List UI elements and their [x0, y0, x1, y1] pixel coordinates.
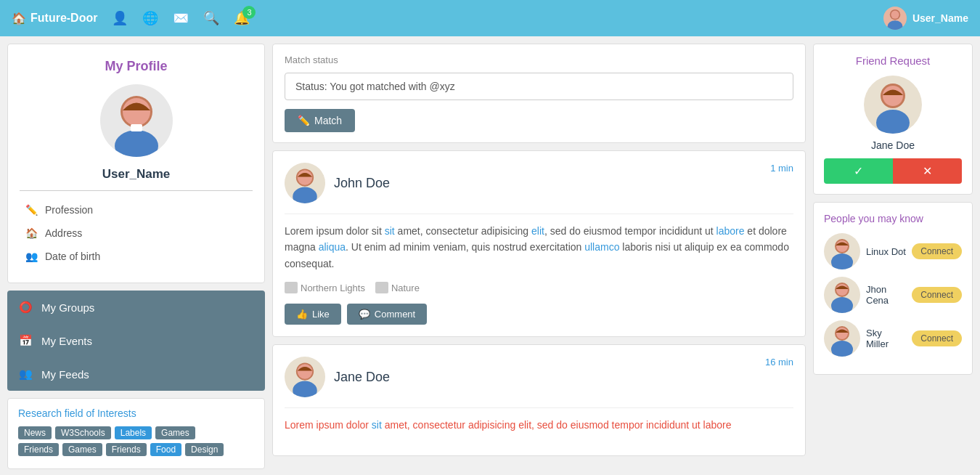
like-button-0[interactable]: 👍 Like — [285, 304, 341, 325]
globe-icon[interactable]: 🌐 — [142, 10, 158, 26]
svg-point-14 — [876, 110, 910, 134]
address-label: Address — [45, 227, 82, 239]
friend-request-buttons: ✓ ✕ — [824, 158, 962, 184]
post-actions-0: 👍 Like 💬 Comment — [285, 304, 793, 325]
profession-item[interactable]: ✏️ Profession — [25, 198, 247, 222]
interests-label-part2: field — [65, 407, 86, 419]
sidebar-item-myevents[interactable]: 📅 My Events — [7, 324, 265, 357]
address-item[interactable]: 🏠 Address — [25, 222, 247, 245]
person-name-2: Sky Miller — [866, 328, 906, 349]
post-card-1: Jane Doe 16 min Lorem ipsum dolor sit am… — [272, 344, 806, 455]
tag-food[interactable]: Food — [150, 443, 181, 456]
tag-games1[interactable]: Games — [155, 426, 195, 439]
profession-label: Profession — [45, 204, 93, 216]
connect-button-1[interactable]: Connect — [912, 287, 962, 303]
dob-item[interactable]: 👥 Date of birth — [25, 245, 247, 268]
img-label-1: Northern Lights — [301, 283, 365, 293]
tag-friends2[interactable]: Friends — [106, 443, 147, 456]
svg-point-11 — [293, 381, 317, 397]
post-image-nature: Nature — [375, 282, 420, 293]
match-button-label: Match — [314, 115, 342, 126]
profile-info-list: ✏️ Profession 🏠 Address 👥 Date of birth — [20, 198, 253, 268]
match-status-text: Status: You got matched with @xyz — [295, 81, 455, 92]
svg-point-4 — [115, 130, 158, 157]
pencil-icon: ✏️ — [25, 204, 38, 216]
tag-design[interactable]: Design — [185, 443, 224, 456]
interests-row1: News W3Schools Labels Games — [18, 426, 254, 439]
connect-button-0[interactable]: Connect — [912, 243, 962, 259]
home-icon: 🏠 — [12, 12, 26, 25]
img-label-2: Nature — [391, 283, 420, 293]
interests-card: Research field of Interests News W3Schoo… — [7, 398, 265, 469]
post-author-info-0: John Doe — [285, 163, 390, 203]
myevents-label: My Events — [41, 335, 92, 347]
tag-w3schools[interactable]: W3Schools — [55, 426, 111, 439]
svg-point-21 — [836, 284, 848, 296]
mail-icon[interactable]: ✉️ — [173, 10, 189, 26]
post-image-northern-lights: Northern Lights — [285, 282, 365, 293]
calendar-icon: 📅 — [19, 334, 33, 347]
tag-news[interactable]: News — [18, 426, 52, 439]
user-icon[interactable]: 👤 — [112, 10, 128, 26]
people-card: People you may know Linux Dot Connect — [813, 202, 973, 375]
match-status-label: Match status — [285, 54, 793, 65]
match-status-box: Status: You got matched with @xyz — [285, 73, 793, 100]
interests-label-part1: Research — [18, 407, 65, 419]
notification-badge: 3 — [242, 6, 256, 19]
img-icon-2 — [375, 282, 388, 293]
post-header-1: Jane Doe 16 min — [285, 357, 793, 397]
person-avatar-2 — [824, 320, 860, 357]
post-body-1: Lorem ipsum dolor sit amet, consectetur … — [285, 417, 793, 433]
svg-point-5 — [123, 98, 150, 126]
svg-point-1 — [888, 20, 903, 30]
user-avatar-header — [883, 7, 907, 30]
bell-icon[interactable]: 🔔 3 — [234, 10, 250, 26]
comment-icon: 💬 — [359, 309, 370, 320]
post-avatar-0 — [285, 163, 325, 203]
profile-divider — [20, 190, 253, 191]
svg-point-24 — [836, 328, 848, 339]
main-content: Match status Status: You got matched wit… — [272, 44, 806, 469]
post-images-0: Northern Lights Nature — [285, 282, 793, 293]
thumbs-up-icon: 👍 — [296, 309, 308, 320]
svg-point-2 — [891, 11, 899, 19]
interests-row2: Friends Games Friends Food Design — [18, 443, 254, 456]
sidebar-item-mygroups[interactable]: ⭕ My Groups — [7, 291, 265, 324]
person-avatar-0 — [824, 233, 860, 269]
tag-labels[interactable]: Labels — [115, 426, 152, 439]
comment-button-0[interactable]: 💬 Comment — [347, 304, 427, 325]
profile-card: My Profile User_Name ✏️ Profession � — [7, 44, 265, 283]
sidebar-item-myfeeds[interactable]: 👥 My Feeds — [7, 357, 265, 391]
tag-games2[interactable]: Games — [62, 443, 102, 456]
search-icon[interactable]: 🔍 — [203, 10, 219, 26]
post-author-info-1: Jane Doe — [285, 357, 390, 397]
person-name-0: Linux Dot — [866, 246, 906, 257]
tag-friends1[interactable]: Friends — [18, 443, 59, 456]
circle-icon: ⭕ — [19, 301, 33, 314]
profile-title: My Profile — [20, 59, 253, 74]
header-left: 🏠 Future-Door 👤 🌐 ✉️ 🔍 🔔 3 — [12, 10, 869, 26]
interests-title: Research field of Interests — [18, 407, 254, 419]
post-time-0: 1 min — [770, 163, 793, 174]
brand[interactable]: 🏠 Future-Door — [12, 12, 97, 25]
page-body: My Profile User_Name ✏️ Profession � — [0, 36, 980, 475]
friend-accept-button[interactable]: ✓ — [824, 158, 893, 184]
connect-button-2[interactable]: Connect — [912, 330, 962, 346]
home-info-icon: 🏠 — [25, 227, 38, 239]
match-button[interactable]: ✏️ Match — [285, 109, 355, 132]
match-pencil-icon: ✏️ — [298, 115, 310, 126]
comment-label-0: Comment — [375, 309, 415, 320]
post-header-0: John Doe 1 min — [285, 163, 793, 203]
friend-request-title: Friend Request — [824, 54, 962, 67]
friend-decline-button[interactable]: ✕ — [893, 158, 962, 184]
img-icon-1 — [285, 282, 298, 293]
like-label-0: Like — [312, 309, 330, 320]
myfeeds-label: My Feeds — [41, 368, 89, 381]
svg-point-9 — [298, 170, 313, 185]
post-divider-top-1 — [285, 407, 793, 408]
post-author-name-1: Jane Doe — [334, 370, 390, 385]
svg-point-8 — [293, 187, 317, 203]
friend-request-card: Friend Request Jane Doe ✓ ✕ — [813, 44, 973, 195]
person-item-2: Sky Miller Connect — [824, 320, 962, 357]
svg-point-17 — [831, 253, 853, 269]
